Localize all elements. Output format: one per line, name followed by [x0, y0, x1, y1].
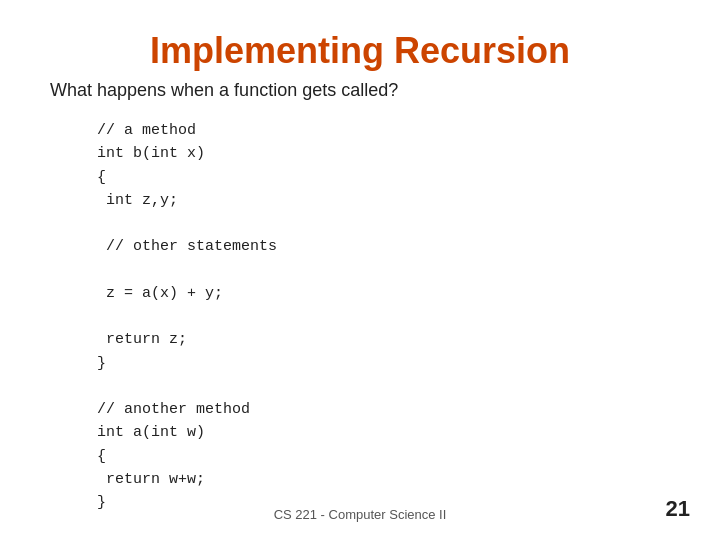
slide: Implementing Recursion What happens when…	[0, 0, 720, 540]
footer-text: CS 221 - Computer Science II	[274, 507, 447, 522]
footer: CS 221 - Computer Science II	[0, 507, 720, 522]
slide-title: Implementing Recursion	[40, 30, 680, 72]
slide-subtitle: What happens when a function gets called…	[40, 80, 680, 101]
page-number: 21	[666, 496, 690, 522]
code-block: // a method int b(int x) { int z,y; // o…	[40, 119, 680, 514]
